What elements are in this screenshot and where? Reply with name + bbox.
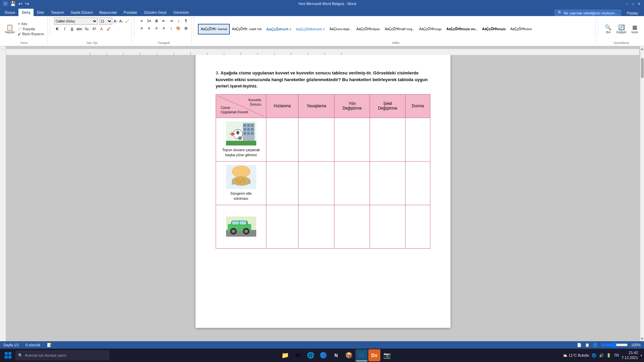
italic-btn[interactable]: İ — [61, 25, 68, 32]
show-para-btn[interactable]: ¶ — [182, 17, 189, 24]
svg-rect-23 — [244, 128, 246, 131]
increase-indent-btn[interactable]: ⇥ — [168, 17, 174, 24]
paste-button[interactable]: 📋 Yapıştır — [3, 24, 16, 35]
taskbar-app-file-explorer[interactable]: 📁 — [279, 349, 291, 361]
taskbar-app-edge[interactable]: 🌐 — [305, 349, 317, 361]
shading-btn[interactable]: 🎨 — [175, 25, 182, 32]
align-left-btn[interactable]: ≡ — [138, 25, 145, 32]
scroll-up-btn[interactable]: ▲ — [640, 46, 644, 51]
volume-icon[interactable]: 🔊 — [599, 353, 604, 358]
svg-rect-60 — [8, 352, 11, 355]
view-layout-btn[interactable]: 📋 — [585, 343, 590, 347]
taskbar-app-n[interactable]: N — [330, 349, 342, 361]
text-color-btn[interactable]: A — [98, 25, 105, 32]
style-altyazi[interactable]: AaÇçĞHhAltyazı — [354, 24, 382, 35]
superscript-btn[interactable]: X² — [91, 25, 98, 32]
grow-font-btn[interactable]: A↑ — [114, 19, 118, 23]
highlight-btn[interactable]: 🖊 — [106, 25, 112, 32]
paragraf-label: Paragraf — [158, 41, 170, 45]
taskbar-app-word[interactable]: W — [356, 349, 368, 361]
zoom-slider[interactable] — [601, 342, 628, 348]
style-aralik-yok[interactable]: AaÇçĞHh↑ Aralık Yok — [230, 24, 264, 35]
clear-format-btn[interactable]: 🧹 — [125, 19, 129, 23]
align-center-btn[interactable]: ≡ — [146, 25, 152, 32]
taskbar-app-chrome[interactable]: 🔵 — [317, 349, 329, 361]
share-button[interactable]: Paylaş — [624, 10, 641, 16]
pano-label: Pano — [21, 41, 28, 45]
start-button[interactable] — [2, 349, 14, 361]
network-icon[interactable]: 🌐 — [592, 353, 596, 358]
tab-tasarim[interactable]: Tasarım — [48, 9, 67, 16]
view-normal-btn[interactable]: 📄 — [577, 343, 582, 347]
tab-sayfa-duzeni[interactable]: Sayfa Düzeni — [67, 9, 96, 16]
redo-btn[interactable]: ↪ — [24, 0, 30, 7]
select-button[interactable]: ▦ Seç▾ — [629, 23, 641, 35]
row1-cell-image: Topun duvara çarparakbaşka yöne gitmesi — [218, 119, 264, 160]
taskbar-app-camera[interactable]: 📷 — [381, 349, 393, 361]
row3-col1 — [266, 205, 299, 248]
taskbar-app-package[interactable]: 📦 — [343, 349, 355, 361]
tab-gorunum[interactable]: Görünüm — [170, 9, 192, 16]
style-guclu[interactable]: AaÇçĞHhGüçlü — [480, 24, 508, 35]
numbering-btn[interactable]: 1≡ — [146, 17, 152, 24]
scrollbar-vertical[interactable]: ▲ ▼ — [640, 46, 644, 341]
tab-giris[interactable]: Giriş — [18, 9, 34, 16]
decrease-indent-btn[interactable]: ⇤ — [160, 17, 167, 24]
style-normal[interactable]: AaÇçĞHh↑ Normal — [198, 24, 229, 35]
weather-info: ⛅ 11°C Bulutlu — [563, 353, 589, 358]
search-ribbon[interactable]: 🔍 Ne yapmak istediğinizi söyleyin... — [555, 10, 621, 16]
shrink-font-btn[interactable]: A↓ — [119, 19, 124, 23]
taskbar-search[interactable]: 🔍 Aramak için buraya yazın — [15, 350, 109, 360]
style-konu-basli[interactable]: AaÇKonu Başlı... — [327, 24, 354, 35]
style-hafif-vurgu[interactable]: AaÇçĞHhHafif Vurg... — [382, 24, 417, 35]
align-right-btn[interactable]: ≡ — [153, 25, 160, 32]
tab-dosya[interactable]: Dosya — [1, 9, 18, 16]
view-web-btn[interactable]: 🌐 — [593, 343, 598, 347]
multilevel-btn[interactable]: ≣ — [153, 17, 160, 24]
style-vurgu[interactable]: AaÇçĞHhVurgu — [417, 24, 444, 35]
style-baslik1[interactable]: AaÇçĞiBaşlık 1 — [264, 24, 293, 35]
replace-button[interactable]: 🔄 Değiştir — [615, 23, 628, 35]
bullets-btn[interactable]: ≡ — [138, 17, 145, 24]
maximize-btn[interactable]: □ — [631, 1, 635, 6]
style-guclu-vur[interactable]: AaÇçĞHhGüçlü Vur... — [444, 24, 480, 35]
show-desktop-btn[interactable]: ▪ — [641, 353, 642, 357]
underline-btn[interactable]: A — [69, 25, 75, 32]
borders-btn[interactable]: ⊞ — [182, 25, 189, 32]
scrollbar-thumb[interactable] — [641, 58, 644, 78]
tab-basvurular[interactable]: Başvurular — [96, 9, 120, 16]
justify-btn[interactable]: ≡ — [160, 25, 167, 32]
sep1 — [50, 17, 50, 37]
minimize-btn[interactable]: ─ — [625, 1, 629, 6]
ribbon-group-pano: 📋 Yapıştır ✂ Kes 📄 Kopyala 🖌 Biçim Boyac… — [1, 17, 48, 45]
row3-cell-image — [218, 215, 264, 239]
sort-btn[interactable]: ↕ — [175, 17, 182, 24]
style-alinti[interactable]: AaÇçĞHhAlıntı — [508, 24, 534, 35]
font-size-select[interactable]: 11 — [99, 17, 112, 25]
line-spacing-btn[interactable]: ↕ — [168, 25, 174, 32]
status-bar: Sayfa 1/1 0 sözcük 📝 📄 📋 🌐 100% — [0, 341, 644, 349]
cut-button[interactable]: ✂ Kes — [17, 22, 45, 26]
find-button[interactable]: 🔍 Bul — [602, 23, 614, 35]
taskbar-app-dex[interactable]: Dx — [368, 349, 380, 361]
scroll-down-btn[interactable]: ▼ — [640, 336, 644, 341]
subscript-btn[interactable]: X₂ — [84, 25, 90, 32]
svg-rect-58 — [239, 221, 246, 225]
undo-btn[interactable]: ↩ — [18, 0, 23, 7]
strikethrough-btn[interactable]: abc — [76, 25, 83, 32]
tab-gozden-gecir[interactable]: Gözden Geçir — [141, 9, 170, 16]
style-baslik2[interactable]: AaÇçĞHhBaşlık 2 — [293, 24, 327, 35]
svg-point-42 — [236, 179, 238, 181]
tray-datetime[interactable]: 21:42 7.12.2021 — [622, 350, 638, 361]
format-painter-button[interactable]: 🖌 Biçim Boyacısı — [17, 32, 45, 36]
save-btn[interactable]: 💾 — [9, 0, 16, 7]
font-family-select[interactable]: Calibri (Gövç — [54, 17, 98, 25]
close-btn[interactable]: ✕ — [637, 1, 641, 6]
tab-postalar[interactable]: Postalar — [120, 9, 141, 16]
copy-button[interactable]: 📄 Kopyala — [17, 27, 45, 31]
bold-btn[interactable]: K — [54, 25, 61, 32]
tab-ekle[interactable]: Ekle — [34, 9, 47, 16]
taskbar-app-mail[interactable]: ✉ — [292, 349, 304, 361]
svg-rect-36 — [233, 168, 235, 173]
row1-col1 — [266, 118, 299, 161]
